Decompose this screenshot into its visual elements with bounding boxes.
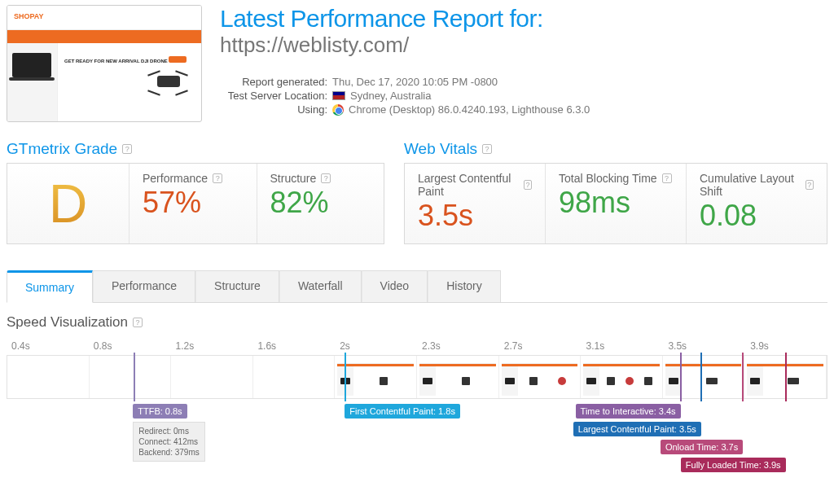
grade-section-title: GTmetrix Grade — [7, 140, 117, 158]
grade-panel: D Performance? 57% Structure? 82% — [7, 163, 384, 244]
lcp-label: Largest Contentful Paint — [418, 172, 519, 198]
chrome-icon — [332, 104, 344, 116]
page-screenshot-thumbnail[interactable]: SHOPAY GET READY FOR NEW ARRIVAL DJI DRO… — [7, 5, 202, 122]
help-icon[interactable]: ? — [213, 173, 222, 183]
tab-performance[interactable]: Performance — [93, 270, 195, 302]
filmstrip-frame — [663, 356, 745, 398]
tbt-value: 98ms — [559, 186, 673, 219]
filmstrip — [7, 355, 827, 399]
help-icon[interactable]: ? — [321, 173, 331, 183]
vitals-panel: Largest Contentful Paint? 3.5s Total Blo… — [404, 163, 827, 244]
meta-using-value: Chrome (Desktop) 86.0.4240.193, Lighthou… — [349, 103, 590, 116]
filmstrip-frame — [253, 356, 336, 398]
report-url[interactable]: https://weblisty.com/ — [220, 33, 827, 58]
filmstrip-frame — [417, 356, 499, 398]
tab-structure[interactable]: Structure — [195, 270, 279, 302]
laptop-icon — [12, 53, 51, 77]
marker-onload[interactable]: Onload Time: 3.7s — [661, 440, 743, 454]
tab-summary[interactable]: Summary — [7, 270, 93, 303]
ttfb-connect: Connect: 412ms — [138, 436, 200, 447]
tick: 2s — [335, 337, 417, 355]
filmstrip-frame — [335, 356, 417, 398]
australia-flag-icon — [332, 91, 345, 100]
tick: 2.7s — [499, 337, 582, 355]
tick: 3.1s — [582, 337, 664, 355]
meta-generated-label: Report generated — [220, 76, 332, 88]
ttfb-redirect: Redirect: 0ms — [138, 426, 200, 436]
filmstrip-frame — [7, 356, 90, 398]
speed-viz-title: Speed Visualization — [7, 314, 128, 331]
grade-letter: D — [49, 173, 88, 234]
filmstrip-frame — [171, 356, 253, 398]
tick: 3.5s — [663, 337, 745, 355]
drone-icon — [139, 68, 196, 99]
structure-label: Structure — [270, 172, 317, 185]
meta-generated-value: Thu, Dec 17, 2020 10:05 PM -0800 — [332, 76, 498, 88]
filmstrip-frame — [744, 356, 827, 398]
lcp-value: 3.5s — [418, 199, 532, 232]
thumb-brand: SHOPAY — [14, 12, 44, 20]
help-icon[interactable]: ? — [805, 180, 814, 190]
tick: 1.2s — [171, 337, 253, 355]
help-icon[interactable]: ? — [133, 318, 143, 327]
performance-label: Performance — [143, 172, 208, 185]
marker-fcp[interactable]: First Contentful Paint: 1.8s — [345, 404, 460, 419]
help-icon[interactable]: ? — [122, 144, 132, 154]
tick: 1.6s — [252, 337, 335, 355]
help-icon[interactable]: ? — [524, 180, 532, 190]
marker-ttfb[interactable]: TTFB: 0.8s — [133, 404, 187, 419]
tick: 2.3s — [417, 337, 499, 355]
marker-tti[interactable]: Time to Interactive: 3.4s — [576, 404, 681, 419]
meta-server-value: Sydney, Australia — [350, 90, 431, 102]
thumb-hero-text: GET READY FOR NEW ARRIVAL DJI DRONE — [64, 59, 168, 64]
filmstrip-frame — [90, 356, 172, 398]
tab-video[interactable]: Video — [362, 270, 428, 302]
marker-full[interactable]: Fully Loaded Time: 3.9s — [681, 458, 786, 472]
tab-waterfall[interactable]: Waterfall — [279, 270, 362, 302]
report-tabs: Summary Performance Structure Waterfall … — [7, 270, 827, 303]
tick: 0.4s — [7, 337, 89, 355]
ttfb-detail-box: Redirect: 0ms Connect: 412ms Backend: 37… — [133, 422, 205, 462]
help-icon[interactable]: ? — [482, 144, 492, 154]
performance-value: 57% — [143, 186, 244, 219]
vitals-section-title: Web Vitals — [404, 140, 477, 158]
tbt-label: Total Blocking Time — [559, 172, 657, 185]
filmstrip-frame — [499, 356, 582, 398]
structure-value: 82% — [270, 186, 371, 219]
meta-using-label: Using — [220, 103, 332, 116]
cls-value: 0.08 — [700, 199, 814, 232]
page-title: Latest Performance Report for: — [220, 5, 827, 33]
cls-label: Cumulative Layout Shift — [700, 172, 801, 198]
speed-timeline: 0.4s 0.8s 1.2s 1.6s 2s 2.3s 2.7s 3.1s 3.… — [7, 337, 827, 493]
marker-lcp[interactable]: Largest Contentful Paint: 3.5s — [573, 422, 701, 436]
tick: 3.9s — [745, 337, 827, 355]
ttfb-backend: Backend: 379ms — [138, 447, 200, 458]
filmstrip-frame — [581, 356, 663, 398]
help-icon[interactable]: ? — [662, 173, 672, 183]
tick: 0.8s — [89, 337, 171, 355]
meta-server-label: Test Server Location — [220, 90, 332, 102]
tab-history[interactable]: History — [428, 270, 501, 302]
